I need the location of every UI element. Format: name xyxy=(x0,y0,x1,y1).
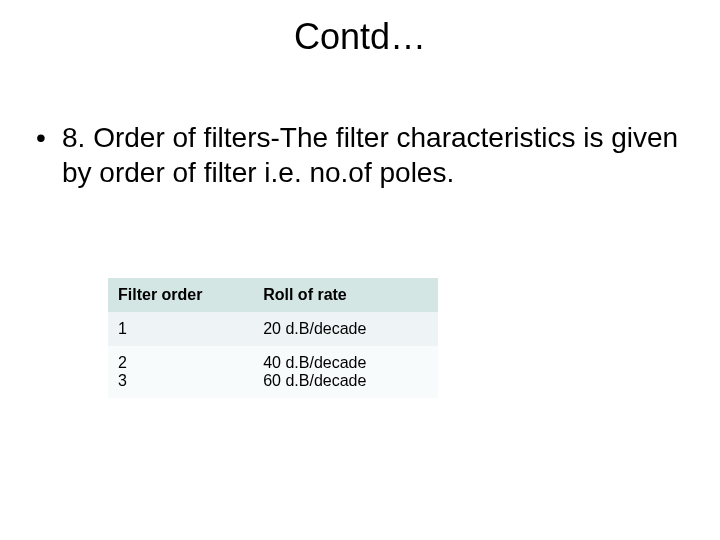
table-cell: 40 d.B/decade60 d.B/decade xyxy=(253,346,438,398)
table-cell: 1 xyxy=(108,312,253,346)
table-row: 1 20 d.B/decade xyxy=(108,312,438,346)
slide-title: Contd… xyxy=(0,16,720,58)
table-header-row: Filter order Roll of rate xyxy=(108,278,438,312)
bullet-text: 8. Order of filters-The filter character… xyxy=(62,120,684,190)
table-row: 23 40 d.B/decade60 d.B/decade xyxy=(108,346,438,398)
bullet-item: • 8. Order of filters-The filter charact… xyxy=(36,120,684,190)
filter-order-table: Filter order Roll of rate 1 20 d.B/decad… xyxy=(108,278,438,398)
bullet-marker: • xyxy=(36,120,62,190)
table-header-cell: Roll of rate xyxy=(253,278,438,312)
table-cell: 20 d.B/decade xyxy=(253,312,438,346)
table-header-cell: Filter order xyxy=(108,278,253,312)
table-cell: 23 xyxy=(108,346,253,398)
slide: Contd… • 8. Order of filters-The filter … xyxy=(0,0,720,540)
